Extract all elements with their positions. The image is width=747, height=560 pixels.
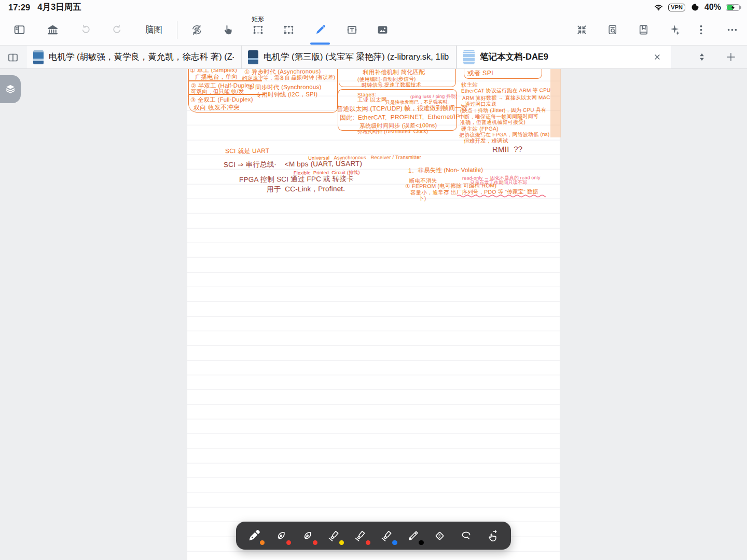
handwritten-note: ③ 全双工 (Full-Duplex) bbox=[190, 96, 253, 103]
handwritten-note: SCI 就是 UART bbox=[225, 148, 269, 155]
ink-pen-2-tool-icon[interactable] bbox=[298, 525, 316, 547]
tab-document-3[interactable]: 笔记本文档-DAE9 bbox=[457, 46, 671, 68]
more-horizontal-icon[interactable] bbox=[724, 22, 740, 38]
handwritten-note: 专用时钟线 (I2C，SPI) bbox=[256, 91, 317, 98]
active-tool-underline bbox=[310, 43, 330, 45]
pen-toolbar bbox=[236, 522, 511, 550]
handwritten-note: 广播电台，单向 bbox=[195, 74, 238, 81]
handwritten-note: RMII ?? bbox=[492, 145, 522, 154]
sidebar-toggle-icon[interactable] bbox=[11, 22, 27, 38]
ink-pen-1-tool-icon[interactable] bbox=[271, 525, 290, 547]
handwritten-note: 工业 以太网 bbox=[357, 97, 387, 103]
tab-document-2[interactable]: 电机学 (第三版) (戈宝军 梁艳萍) (z-library.sk, 1lib.… bbox=[242, 46, 457, 68]
handwritten-note: 但难开发，难调试 bbox=[464, 138, 508, 144]
pen-tool-icon[interactable] bbox=[312, 22, 328, 38]
handwritten-note: 1、非易失性 (Non- Volatile) bbox=[408, 166, 483, 174]
handwritten-note: 约定速率等，需各自 晶振/时钟 (有误差) bbox=[242, 74, 335, 81]
new-tab-icon[interactable] bbox=[723, 49, 739, 65]
handwritten-note: SCI ⇒ 串行总线· <M bps (UART, USART) bbox=[224, 160, 362, 169]
highlighter-yellow-tool-icon[interactable] bbox=[324, 525, 343, 547]
highlighter-blue-tool-icon[interactable] bbox=[378, 525, 396, 547]
library-icon[interactable] bbox=[45, 22, 60, 38]
rect-tool-label: 矩形 bbox=[252, 15, 264, 24]
more-vertical-icon[interactable] bbox=[693, 22, 709, 38]
vpn-badge: VPN bbox=[668, 4, 685, 11]
moon-icon bbox=[690, 3, 700, 12]
sync-settings-icon[interactable] bbox=[189, 22, 204, 38]
handwritten-note: ARM 算好数据 → 直接从以太网 MAC bbox=[462, 94, 550, 101]
tab-title: 电机学 (第三版) (戈宝军 梁艳萍) (z-library.sk, 1lib.… bbox=[264, 51, 449, 63]
tab-close-icon[interactable] bbox=[651, 51, 663, 63]
ink-pen-2-color-dot bbox=[313, 540, 318, 545]
bookmark-icon[interactable] bbox=[635, 22, 651, 38]
handwritten-note: 用于 CC-Link，Profinet. bbox=[267, 185, 345, 193]
highlighter-blue-color-dot bbox=[392, 540, 397, 545]
handwritten-note: → 通过网口发送 bbox=[458, 101, 496, 107]
handwritten-note: FPGA 控制 SCI 通过 FPC 或 转接卡 bbox=[239, 175, 354, 184]
handwritten-note: 普通以太网 (TCP/UDP) 帧，很难做到帧间一致 bbox=[337, 105, 468, 113]
main-toolbar: 脑图 矩形 bbox=[0, 15, 747, 46]
pan-hand-tool-icon[interactable] bbox=[483, 525, 502, 547]
notebook-page[interactable]: ① 单工 (Simplex)广播电台，单向② 半双工 (Half-Duplex)… bbox=[187, 69, 560, 560]
handwritten-note: 卜) bbox=[419, 195, 426, 202]
ai-sparkle-icon[interactable] bbox=[667, 22, 682, 38]
handwritten-note: ② 同步时代 (Synchronous) bbox=[248, 83, 322, 91]
notebook-thumbnail-icon bbox=[463, 50, 475, 64]
highlighter-yellow-color-dot bbox=[339, 540, 344, 545]
handwritten-note: 准确，但普通机械臂可接受) bbox=[460, 119, 525, 125]
book-blue-thumbnail-icon bbox=[33, 50, 44, 64]
handwritten-note: 软主站 bbox=[461, 82, 478, 88]
document-search-icon[interactable] bbox=[604, 22, 620, 38]
note-canvas[interactable]: ① 单工 (Simplex)广播电台，单向② 半双工 (Half-Duplex)… bbox=[0, 69, 747, 560]
tab-bar: 电机学 (胡敏强，黄学良，黄允凯，徐志科 著) (Z-L...电机学 (第三版)… bbox=[0, 46, 747, 69]
mindmap-button[interactable]: 脑图 bbox=[144, 22, 163, 38]
handwritten-note: EtherCAT 协议运行跑在 ARM 等 CPU bbox=[461, 87, 551, 94]
pencil-tool-icon[interactable] bbox=[404, 525, 423, 547]
tab-document-1[interactable]: 电机学 (胡敏强，黄学良，黄允凯，徐志科 著) (Z-L... bbox=[27, 46, 242, 68]
eraser-tool-icon[interactable] bbox=[431, 525, 449, 547]
status-date: 4月3日周五 bbox=[37, 2, 81, 13]
layers-flyout-button[interactable] bbox=[0, 75, 21, 103]
handwritten-note: (缺点：抖动 (Jitter)，因为 CPU 具有 bbox=[460, 107, 546, 114]
handwritten-note: 可双向，但只能 收/发 bbox=[191, 89, 244, 95]
handwritten-note: 双向 收发不冲突 bbox=[193, 104, 240, 111]
status-time: 17:29 bbox=[8, 3, 30, 12]
toolbar-divider bbox=[177, 21, 177, 39]
undo-icon[interactable] bbox=[78, 22, 93, 38]
split-view-icon[interactable] bbox=[5, 50, 21, 65]
layers-icon bbox=[3, 81, 18, 97]
handwritten-note: (ping loss / ping 抖动) bbox=[410, 94, 458, 100]
wavy-underline bbox=[457, 194, 546, 198]
highlighter-red-color-dot bbox=[366, 540, 371, 545]
fountain-pen-color-dot bbox=[260, 540, 265, 545]
wifi-icon bbox=[654, 3, 663, 12]
lasso-tool-icon[interactable] bbox=[457, 525, 476, 547]
tab-title: 电机学 (胡敏强，黄学良，黄允凯，徐志科 著) (Z-L... bbox=[49, 51, 234, 63]
handwritten-note: 利用补偿机制 简化匹配 bbox=[363, 69, 425, 76]
handwritten-note: 或者 SPI bbox=[467, 69, 493, 77]
redo-icon[interactable] bbox=[109, 22, 125, 38]
tab-title: 笔记本文档-DAE9 bbox=[480, 51, 646, 63]
status-bar: 17:29 4月3日周五 VPN 40% bbox=[0, 0, 747, 15]
book-dark-thumbnail-icon bbox=[248, 50, 258, 64]
ink-pen-1-color-dot bbox=[286, 540, 292, 545]
handwritten-note: 分布式时钟 (Distributed Clock) bbox=[357, 129, 428, 135]
battery-icon bbox=[726, 4, 740, 11]
battery-percent: 40% bbox=[704, 3, 721, 12]
highlighter-red-tool-icon[interactable] bbox=[351, 525, 369, 547]
fountain-pen-tool-icon[interactable] bbox=[245, 525, 264, 547]
rect-select-tool-icon[interactable]: 矩形 bbox=[250, 22, 266, 38]
tab-sort-icon[interactable] bbox=[694, 49, 710, 65]
collapse-icon[interactable] bbox=[574, 22, 589, 38]
highlighter-stroke bbox=[550, 69, 561, 137]
pencil-color-dot bbox=[419, 540, 424, 545]
marquee-select-tool-icon[interactable] bbox=[281, 22, 296, 38]
handwritten-note: 时钟信号 提速了数据技术 bbox=[362, 81, 421, 88]
text-tool-icon[interactable] bbox=[344, 22, 359, 38]
handwritten-note: 因此: EtherCAT, PROFINET, Ethernet/IP bbox=[340, 114, 460, 121]
image-tool-icon[interactable] bbox=[375, 22, 390, 38]
pointer-tool-icon[interactable] bbox=[219, 22, 235, 38]
